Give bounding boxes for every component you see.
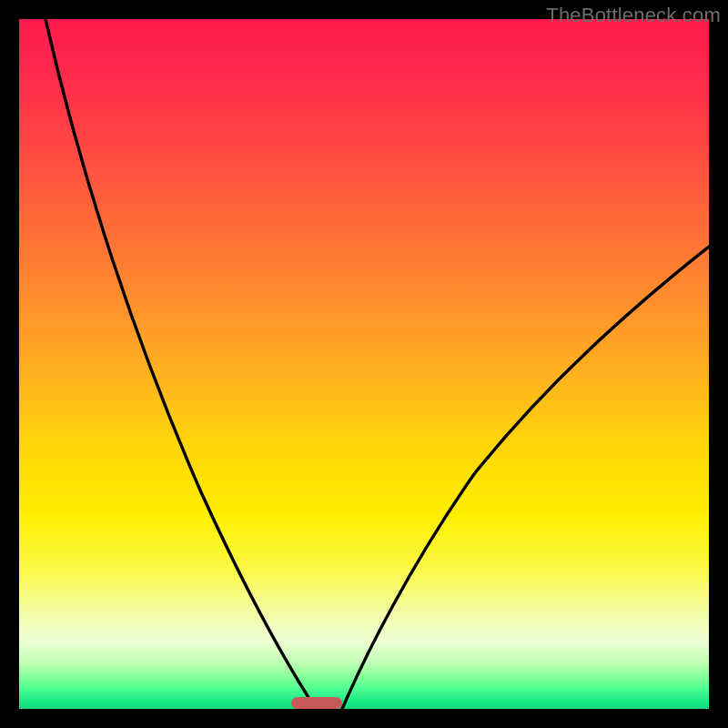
watermark-text: TheBottleneck.com [546,4,721,27]
bottleneck-marker [291,697,342,709]
chart-plot-area [19,19,709,709]
chart-frame: TheBottleneck.com [0,0,728,728]
chart-curves-svg [19,19,709,709]
right-curve [342,247,709,709]
left-curve [46,19,316,709]
